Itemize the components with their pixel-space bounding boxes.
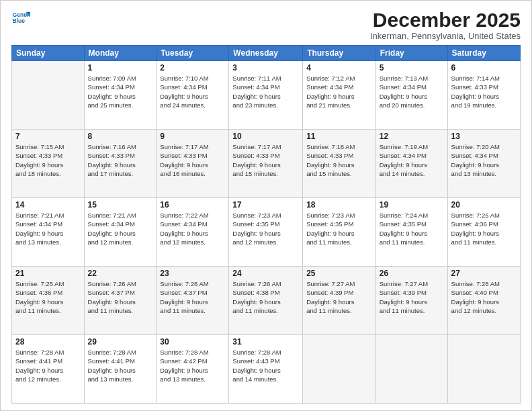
day-number: 10 xyxy=(232,132,299,141)
day-number: 19 xyxy=(380,200,444,210)
day-info: Sunrise: 7:13 AM Sunset: 4:34 PM Dayligh… xyxy=(380,74,444,109)
subtitle: Inkerman, Pennsylvania, United States xyxy=(370,31,521,41)
day-info: Sunrise: 7:11 AM Sunset: 4:34 PM Dayligh… xyxy=(232,74,299,109)
day-number: 24 xyxy=(232,269,299,278)
day-number: 22 xyxy=(88,269,153,278)
col-header-monday: Monday xyxy=(84,46,157,61)
day-number: 18 xyxy=(306,200,372,210)
day-number: 5 xyxy=(380,63,444,73)
day-info: Sunrise: 7:09 AM Sunset: 4:34 PM Dayligh… xyxy=(88,74,153,109)
day-info: Sunrise: 7:22 AM Sunset: 4:34 PM Dayligh… xyxy=(160,211,225,246)
logo-icon: General Blue xyxy=(11,9,30,28)
day-number: 29 xyxy=(88,337,153,347)
header: General Blue December 2025 Inkerman, Pen… xyxy=(11,9,521,41)
col-header-friday: Friday xyxy=(375,46,447,61)
day-info: Sunrise: 7:27 AM Sunset: 4:39 PM Dayligh… xyxy=(380,279,444,315)
day-cell: 1Sunrise: 7:09 AM Sunset: 4:34 PM Daylig… xyxy=(84,61,157,130)
day-cell xyxy=(447,335,520,404)
day-info: Sunrise: 7:19 AM Sunset: 4:34 PM Dayligh… xyxy=(380,142,444,178)
week-row-3: 14Sunrise: 7:21 AM Sunset: 4:34 PM Dayli… xyxy=(12,198,521,267)
day-number: 4 xyxy=(306,63,372,73)
day-info: Sunrise: 7:15 AM Sunset: 4:33 PM Dayligh… xyxy=(15,142,81,178)
col-header-saturday: Saturday xyxy=(447,46,520,61)
day-cell: 9Sunrise: 7:17 AM Sunset: 4:33 PM Daylig… xyxy=(157,130,229,198)
day-info: Sunrise: 7:25 AM Sunset: 4:36 PM Dayligh… xyxy=(15,279,81,315)
col-header-tuesday: Tuesday xyxy=(157,46,229,61)
day-number: 31 xyxy=(232,337,299,347)
day-cell: 6Sunrise: 7:14 AM Sunset: 4:33 PM Daylig… xyxy=(447,61,520,130)
day-cell: 27Sunrise: 7:28 AM Sunset: 4:40 PM Dayli… xyxy=(447,267,520,335)
day-number: 28 xyxy=(15,337,81,347)
day-number: 21 xyxy=(15,269,81,278)
day-info: Sunrise: 7:28 AM Sunset: 4:42 PM Dayligh… xyxy=(160,348,225,383)
day-info: Sunrise: 7:21 AM Sunset: 4:34 PM Dayligh… xyxy=(15,211,81,246)
day-number: 15 xyxy=(88,200,153,210)
day-cell xyxy=(375,335,447,404)
day-number: 13 xyxy=(451,132,517,141)
day-cell: 11Sunrise: 7:18 AM Sunset: 4:33 PM Dayli… xyxy=(303,130,376,198)
day-cell: 5Sunrise: 7:13 AM Sunset: 4:34 PM Daylig… xyxy=(375,61,447,130)
day-cell: 14Sunrise: 7:21 AM Sunset: 4:34 PM Dayli… xyxy=(12,198,85,267)
day-number: 27 xyxy=(451,269,517,278)
day-number: 14 xyxy=(15,200,81,210)
day-cell: 2Sunrise: 7:10 AM Sunset: 4:34 PM Daylig… xyxy=(157,61,229,130)
day-number: 9 xyxy=(160,132,225,141)
day-info: Sunrise: 7:21 AM Sunset: 4:34 PM Dayligh… xyxy=(88,211,153,246)
day-info: Sunrise: 7:26 AM Sunset: 4:37 PM Dayligh… xyxy=(88,279,153,315)
day-info: Sunrise: 7:28 AM Sunset: 4:43 PM Dayligh… xyxy=(232,348,299,383)
day-number: 16 xyxy=(160,200,225,210)
day-info: Sunrise: 7:25 AM Sunset: 4:36 PM Dayligh… xyxy=(451,211,517,246)
col-header-thursday: Thursday xyxy=(303,46,376,61)
day-info: Sunrise: 7:17 AM Sunset: 4:33 PM Dayligh… xyxy=(160,142,225,178)
day-number: 6 xyxy=(451,63,517,73)
col-header-sunday: Sunday xyxy=(12,46,85,61)
day-cell: 15Sunrise: 7:21 AM Sunset: 4:34 PM Dayli… xyxy=(84,198,157,267)
month-title: December 2025 xyxy=(370,9,521,31)
day-info: Sunrise: 7:20 AM Sunset: 4:34 PM Dayligh… xyxy=(451,142,517,178)
day-cell: 29Sunrise: 7:28 AM Sunset: 4:41 PM Dayli… xyxy=(84,335,157,404)
day-number: 17 xyxy=(232,200,299,210)
svg-text:Blue: Blue xyxy=(13,17,26,24)
day-cell: 23Sunrise: 7:26 AM Sunset: 4:37 PM Dayli… xyxy=(157,267,229,335)
day-cell: 12Sunrise: 7:19 AM Sunset: 4:34 PM Dayli… xyxy=(375,130,447,198)
day-cell: 16Sunrise: 7:22 AM Sunset: 4:34 PM Dayli… xyxy=(157,198,229,267)
page: General Blue December 2025 Inkerman, Pen… xyxy=(0,0,532,411)
day-number: 26 xyxy=(380,269,444,278)
col-header-wednesday: Wednesday xyxy=(229,46,303,61)
day-cell: 7Sunrise: 7:15 AM Sunset: 4:33 PM Daylig… xyxy=(12,130,85,198)
day-number: 8 xyxy=(88,132,153,141)
day-info: Sunrise: 7:14 AM Sunset: 4:33 PM Dayligh… xyxy=(451,74,517,109)
week-row-5: 28Sunrise: 7:28 AM Sunset: 4:41 PM Dayli… xyxy=(12,335,521,404)
calendar-table: Sunday Monday Tuesday Wednesday Thursday… xyxy=(11,45,521,404)
day-number: 11 xyxy=(306,132,372,141)
day-cell: 25Sunrise: 7:27 AM Sunset: 4:39 PM Dayli… xyxy=(303,267,376,335)
day-info: Sunrise: 7:23 AM Sunset: 4:35 PM Dayligh… xyxy=(232,211,299,246)
day-info: Sunrise: 7:26 AM Sunset: 4:37 PM Dayligh… xyxy=(160,279,225,315)
day-info: Sunrise: 7:10 AM Sunset: 4:34 PM Dayligh… xyxy=(160,74,225,109)
week-row-1: 1Sunrise: 7:09 AM Sunset: 4:34 PM Daylig… xyxy=(12,61,521,130)
day-cell: 4Sunrise: 7:12 AM Sunset: 4:34 PM Daylig… xyxy=(303,61,376,130)
day-info: Sunrise: 7:27 AM Sunset: 4:39 PM Dayligh… xyxy=(306,279,372,315)
day-info: Sunrise: 7:18 AM Sunset: 4:33 PM Dayligh… xyxy=(306,142,372,178)
day-info: Sunrise: 7:12 AM Sunset: 4:34 PM Dayligh… xyxy=(306,74,372,109)
day-info: Sunrise: 7:17 AM Sunset: 4:33 PM Dayligh… xyxy=(232,142,299,178)
day-number: 30 xyxy=(160,337,225,347)
day-number: 20 xyxy=(451,200,517,210)
day-cell: 22Sunrise: 7:26 AM Sunset: 4:37 PM Dayli… xyxy=(84,267,157,335)
day-cell: 26Sunrise: 7:27 AM Sunset: 4:39 PM Dayli… xyxy=(375,267,447,335)
title-block: December 2025 Inkerman, Pennsylvania, Un… xyxy=(370,9,521,41)
week-row-2: 7Sunrise: 7:15 AM Sunset: 4:33 PM Daylig… xyxy=(12,130,521,198)
day-cell: 8Sunrise: 7:16 AM Sunset: 4:33 PM Daylig… xyxy=(84,130,157,198)
day-info: Sunrise: 7:28 AM Sunset: 4:41 PM Dayligh… xyxy=(15,348,81,383)
day-info: Sunrise: 7:28 AM Sunset: 4:41 PM Dayligh… xyxy=(88,348,153,383)
day-number: 7 xyxy=(15,132,81,141)
logo: General Blue xyxy=(11,9,30,28)
day-cell xyxy=(12,61,85,130)
day-cell: 17Sunrise: 7:23 AM Sunset: 4:35 PM Dayli… xyxy=(229,198,303,267)
day-cell: 20Sunrise: 7:25 AM Sunset: 4:36 PM Dayli… xyxy=(447,198,520,267)
day-cell: 30Sunrise: 7:28 AM Sunset: 4:42 PM Dayli… xyxy=(157,335,229,404)
day-cell: 13Sunrise: 7:20 AM Sunset: 4:34 PM Dayli… xyxy=(447,130,520,198)
day-number: 12 xyxy=(380,132,444,141)
day-number: 25 xyxy=(306,269,372,278)
day-cell: 18Sunrise: 7:23 AM Sunset: 4:35 PM Dayli… xyxy=(303,198,376,267)
